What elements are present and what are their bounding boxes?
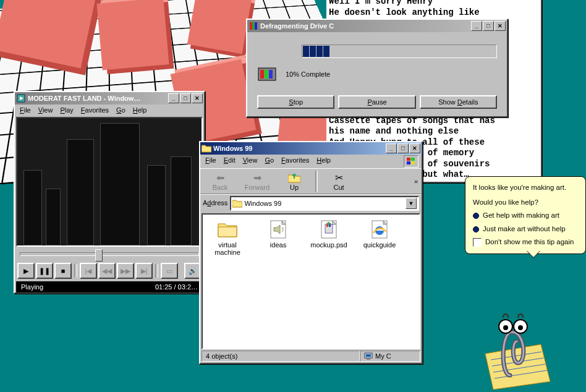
minimize-button[interactable]: _ — [386, 143, 397, 153]
playback-status: Playing — [21, 283, 43, 291]
up-button[interactable]: Up — [276, 170, 313, 192]
pause-button[interactable]: ❚❚ — [36, 263, 53, 279]
menu-edit[interactable]: Edit — [220, 155, 239, 168]
cut-button[interactable]: ✂Cut — [320, 170, 357, 192]
menu-view[interactable]: View — [35, 105, 57, 115]
close-button[interactable]: ✕ — [192, 93, 203, 103]
media-player-seek[interactable] — [16, 248, 203, 260]
svg-rect-6 — [260, 70, 264, 79]
explorer-titlebar[interactable]: Windows 99 _ □ ✕ — [200, 142, 422, 155]
play-button[interactable]: ▶ — [17, 263, 35, 279]
svg-rect-13 — [411, 161, 415, 164]
svg-rect-27 — [328, 222, 329, 226]
rewind-button[interactable]: ◀◀ — [98, 263, 116, 279]
file-item[interactable]: ideas — [258, 219, 298, 256]
arrow-left-icon: ⬅ — [214, 171, 226, 184]
ie-icon — [370, 219, 389, 239]
windows-logo-icon — [404, 155, 418, 168]
media-player-video[interactable] — [16, 117, 203, 247]
svg-rect-8 — [269, 70, 273, 79]
menu-help[interactable]: Help — [129, 105, 151, 115]
clippy-character[interactable] — [482, 310, 556, 385]
svg-point-42 — [518, 325, 523, 330]
assistant-dont-show[interactable]: Don't show me this tip again — [473, 237, 578, 247]
file-label: virtual machine — [208, 241, 247, 256]
svg-rect-3 — [252, 22, 255, 30]
maximize-button[interactable]: □ — [180, 93, 191, 103]
svg-rect-11 — [411, 158, 415, 161]
menu-file[interactable]: File — [202, 155, 220, 168]
stop-button[interactable]: ■ — [54, 263, 72, 279]
svg-point-41 — [503, 325, 508, 330]
file-label: mockup.psd — [310, 241, 347, 249]
minimize-button[interactable]: _ — [168, 93, 179, 103]
skip-fwd-button[interactable]: ▶| — [135, 263, 153, 279]
menu-go[interactable]: Go — [261, 155, 278, 168]
back-button[interactable]: ⬅Back — [202, 170, 239, 192]
skip-back-button[interactable]: |◀ — [80, 263, 97, 279]
menu-view[interactable]: View — [239, 155, 261, 168]
bullet-icon — [473, 213, 479, 219]
assistant-balloon[interactable]: It looks like you're making art. Would y… — [465, 176, 586, 254]
media-player-window[interactable]: MODERAT FAST LAND - Window… _ □ ✕ FileVi… — [14, 91, 205, 294]
assistant-option-2[interactable]: Just make art without help — [473, 224, 578, 234]
svg-rect-2 — [250, 22, 252, 30]
assistant-line1: It looks like you're making art. — [473, 183, 578, 193]
forward-button[interactable]: ➡Forward — [239, 170, 276, 192]
svg-rect-4 — [255, 22, 257, 30]
psd-icon — [319, 219, 339, 239]
chevron-right-icon[interactable]: » — [412, 175, 420, 187]
file-item[interactable]: quickguide — [360, 219, 399, 256]
minimize-button[interactable]: _ — [471, 21, 482, 31]
defrag-percent-label: 10% Complete — [286, 70, 330, 78]
defrag-title: Defragmenting Drive C — [260, 22, 471, 30]
defrag-drive-icon — [257, 64, 277, 84]
defrag-details-button[interactable]: Show Details — [420, 95, 497, 109]
file-item[interactable]: mockup.psd — [309, 219, 349, 256]
media-player-icon — [16, 93, 26, 103]
defrag-pause-button[interactable]: Pause — [338, 95, 415, 109]
close-button[interactable]: ✕ — [409, 143, 420, 153]
media-player-titlebar[interactable]: MODERAT FAST LAND - Window… _ □ ✕ — [15, 92, 204, 104]
status-object-count: 4 object(s) — [202, 351, 360, 362]
defrag-window[interactable]: Defragmenting Drive C _ □ ✕ 10% Complete… — [246, 19, 508, 117]
defrag-progress — [302, 45, 497, 58]
address-dropdown-button[interactable]: ▼ — [406, 198, 417, 209]
address-input[interactable]: Windows 99 ▼ — [230, 196, 419, 211]
maximize-button[interactable]: □ — [397, 143, 409, 153]
menu-play[interactable]: Play — [56, 105, 77, 115]
folder-up-icon — [288, 171, 300, 184]
menu-help[interactable]: Help — [313, 155, 334, 168]
explorer-statusbar: 4 object(s) My C — [202, 351, 420, 362]
menu-favorites[interactable]: Favorites — [77, 105, 113, 115]
computer-icon — [364, 352, 373, 360]
defrag-titlebar[interactable]: Defragmenting Drive C _ □ ✕ — [247, 20, 507, 32]
explorer-window[interactable]: Windows 99 _ □ ✕ FileEditViewGoFavorites… — [199, 141, 423, 364]
svg-rect-32 — [366, 354, 371, 357]
close-button[interactable]: ✕ — [495, 21, 506, 31]
deco-cube — [187, 0, 252, 54]
defrag-icon — [248, 21, 258, 31]
checkbox[interactable] — [473, 238, 482, 247]
preview-button[interactable]: ▭ — [161, 263, 178, 279]
explorer-title: Windows 99 — [213, 145, 386, 152]
assistant-option-1[interactable]: Get help with making art — [473, 211, 578, 221]
fast-forward-button[interactable]: ▶▶ — [117, 263, 134, 279]
explorer-file-pane[interactable]: virtual machineideasmockup.psdquickguide — [202, 213, 420, 349]
deco-cube — [96, 0, 169, 70]
svg-rect-10 — [407, 158, 410, 161]
svg-rect-7 — [265, 70, 268, 79]
svg-rect-12 — [407, 161, 410, 164]
explorer-menubar: FileEditViewGoFavoritesHelp — [200, 155, 422, 168]
svg-marker-16 — [232, 200, 242, 207]
menu-go[interactable]: Go — [113, 105, 129, 115]
defrag-stop-button[interactable]: Stop — [257, 95, 334, 109]
file-item[interactable]: virtual machine — [208, 219, 247, 256]
menu-favorites[interactable]: Favorites — [278, 155, 313, 168]
maximize-button[interactable]: □ — [483, 21, 494, 31]
address-label: Address — [203, 199, 227, 208]
address-value: Windows 99 — [244, 200, 281, 207]
seek-thumb[interactable] — [95, 249, 103, 262]
playback-time: 01:25 / 03:2… — [155, 283, 198, 291]
menu-file[interactable]: File — [16, 105, 35, 115]
